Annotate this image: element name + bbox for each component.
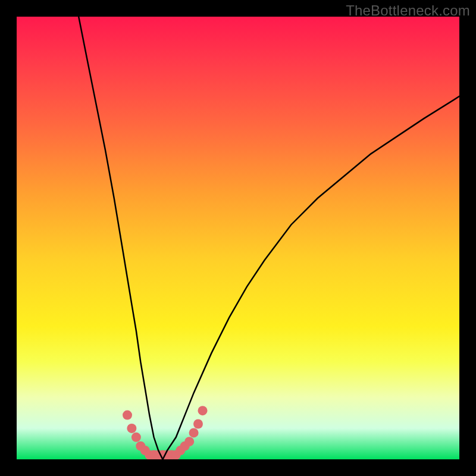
marker-dot [131, 433, 141, 442]
right-branch [163, 96, 460, 459]
marker-dot [184, 437, 194, 446]
marker-dot [127, 424, 136, 433]
watermark-text: TheBottleneck.com [346, 2, 470, 19]
marker-dot [123, 411, 132, 420]
marker-dot [198, 406, 208, 415]
curve-layer [17, 17, 459, 459]
marker-dot [189, 428, 199, 437]
plot-area [17, 17, 459, 459]
bottom-markers [123, 406, 208, 459]
chart-frame: TheBottleneck.com [0, 0, 476, 476]
left-branch [79, 17, 162, 459]
marker-dot [193, 419, 203, 429]
